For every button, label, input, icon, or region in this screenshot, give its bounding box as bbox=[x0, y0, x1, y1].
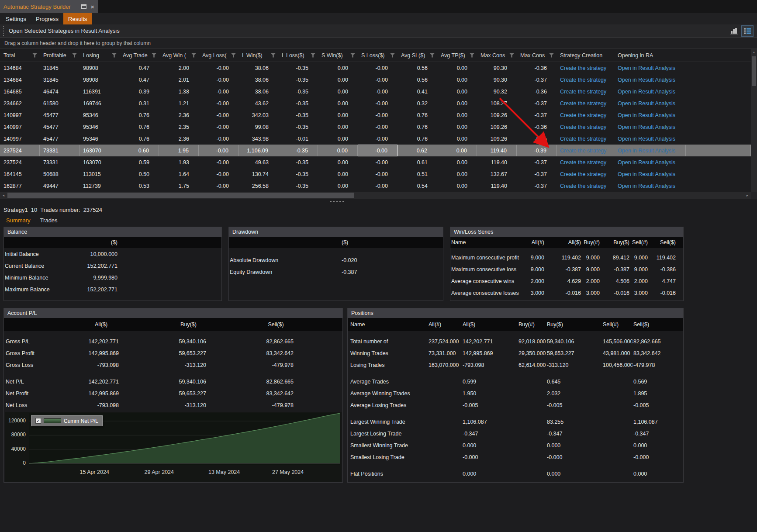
subtab-trades[interactable]: Trades bbox=[37, 215, 61, 225]
grid-cell[interactable]: -0.35 bbox=[278, 180, 318, 192]
grid-cell[interactable]: 0.47 bbox=[119, 62, 159, 74]
grid-cell[interactable]: -0.35 bbox=[278, 156, 318, 168]
grid-cell[interactable]: 90.32 bbox=[477, 86, 517, 97]
grid-cell[interactable]: -0.00 bbox=[199, 86, 239, 97]
grid-cell[interactable]: 90.30 bbox=[477, 74, 517, 86]
grid-cell[interactable]: 95346 bbox=[80, 121, 119, 133]
grid-cell[interactable]: 95346 bbox=[80, 133, 119, 145]
grid-cell[interactable]: 0.76 bbox=[398, 121, 437, 133]
grid-cell[interactable]: -0.00 bbox=[199, 97, 239, 109]
grid-row[interactable]: 164685464741163910.391.38-0.0038.06-0.35… bbox=[0, 86, 751, 97]
grid-row[interactable]: 14099745477953460.762.35-0.0099.08-0.350… bbox=[0, 121, 751, 133]
column-header-avg-tp[interactable]: Avg TP($) bbox=[437, 49, 477, 62]
grid-cell[interactable]: 0.00 bbox=[318, 133, 358, 145]
checkbox-checked-icon[interactable]: ✓ bbox=[35, 418, 41, 424]
grid-cell[interactable]: 1.64 bbox=[159, 168, 199, 180]
close-icon[interactable]: × bbox=[90, 3, 94, 10]
vertical-scrollbar[interactable]: ▲ ▼ bbox=[751, 49, 757, 199]
grid-cell[interactable]: -0.00 bbox=[358, 168, 398, 180]
grid-cell[interactable]: -0.37 bbox=[517, 156, 557, 168]
window-title-tab[interactable]: Automatic Strategy Builder × bbox=[0, 0, 98, 13]
grid-cell[interactable]: 109.26 bbox=[477, 121, 517, 133]
grid-cell[interactable]: 2.36 bbox=[159, 109, 199, 121]
grid-cell[interactable]: -0.00 bbox=[358, 86, 398, 97]
grid-cell[interactable]: 0.54 bbox=[398, 180, 437, 192]
grid-cell[interactable]: 61580 bbox=[40, 97, 80, 109]
column-header-strategy-creation[interactable]: Strategy Creation bbox=[557, 49, 614, 62]
column-header-avg-trade[interactable]: Avg Trade bbox=[119, 49, 159, 62]
scroll-right-icon[interactable]: ► bbox=[744, 192, 751, 199]
grid-cell[interactable]: 0.51 bbox=[398, 168, 437, 180]
grid-cell[interactable]: 140997 bbox=[0, 133, 40, 145]
grid-cell[interactable]: 45477 bbox=[40, 133, 80, 145]
open-in-result-analysis-link[interactable]: Open in Result Analysis bbox=[618, 183, 675, 189]
grid-cell[interactable]: 343.98 bbox=[239, 133, 278, 145]
grid-cell[interactable]: 0.00 bbox=[437, 156, 477, 168]
grid-cell[interactable]: 50688 bbox=[40, 168, 80, 180]
grid-cell[interactable]: -0.00 bbox=[199, 180, 239, 192]
grid-cell[interactable]: 237524 bbox=[0, 145, 40, 156]
grid-cell[interactable]: 234662 bbox=[0, 97, 40, 109]
create-strategy-link[interactable]: Create the strategy bbox=[560, 65, 606, 71]
grid-cell[interactable]: 0.00 bbox=[437, 180, 477, 192]
create-strategy-link[interactable]: Create the strategy bbox=[560, 171, 606, 177]
create-strategy-link[interactable]: Create the strategy bbox=[560, 100, 606, 107]
grid-cell[interactable]: -0.35 bbox=[278, 145, 318, 156]
grid-cell[interactable]: 38.06 bbox=[239, 62, 278, 74]
scroll-left-icon[interactable]: ◄ bbox=[0, 192, 7, 199]
grid-cell[interactable]: 0.60 bbox=[119, 145, 159, 156]
grid-cell[interactable]: -0.37 bbox=[517, 168, 557, 180]
subtab-summary[interactable]: Summary bbox=[3, 215, 34, 225]
tab-results[interactable]: Results bbox=[63, 13, 92, 24]
grid-cell[interactable]: 140997 bbox=[0, 109, 40, 121]
column-header-max-cons[interactable]: Max Cons bbox=[517, 49, 557, 62]
grid-cell[interactable]: 0.59 bbox=[119, 156, 159, 168]
grid-row[interactable]: 14099745477953460.762.36-0.00342.03-0.35… bbox=[0, 109, 751, 121]
open-in-result-analysis-link[interactable]: Open in Result Analysis bbox=[618, 171, 675, 177]
create-strategy-link[interactable]: Create the strategy bbox=[560, 112, 606, 118]
filter-funnel-icon[interactable] bbox=[72, 53, 77, 58]
grid-cell[interactable]: -0.00 bbox=[199, 133, 239, 145]
grid-cell[interactable]: 134684 bbox=[0, 62, 40, 74]
grid-cell[interactable]: -0.00 bbox=[199, 156, 239, 168]
toolbar-grip-icon[interactable] bbox=[3, 26, 4, 36]
filter-funnel-icon[interactable] bbox=[32, 53, 37, 58]
column-header-opening-in-ra[interactable]: Opening in RA bbox=[614, 49, 686, 62]
grid-cell[interactable]: 2.01 bbox=[159, 74, 199, 86]
grid-cell[interactable]: 0.00 bbox=[318, 97, 358, 109]
splitter-grip-icon[interactable] bbox=[330, 201, 344, 202]
grid-cell[interactable]: -0.36 bbox=[517, 62, 557, 74]
float-window-icon[interactable] bbox=[81, 4, 86, 9]
grid-cell[interactable]: 1.21 bbox=[159, 97, 199, 109]
grid-cell[interactable]: 132.67 bbox=[477, 168, 517, 180]
grid-cell[interactable]: -0.35 bbox=[278, 109, 318, 121]
grid-cell[interactable]: -0.00 bbox=[358, 109, 398, 121]
grid-cell[interactable]: 2.36 bbox=[159, 133, 199, 145]
grid-cell[interactable]: 116391 bbox=[80, 86, 119, 97]
grid-cell[interactable]: -0.00 bbox=[358, 62, 398, 74]
chart-legend[interactable]: ✓Cumm Net P/L bbox=[31, 415, 103, 426]
grid-cell[interactable]: 31845 bbox=[40, 74, 80, 86]
grid-row[interactable]: 13468431845989080.472.00-0.0038.06-0.350… bbox=[0, 62, 751, 74]
grid-cell[interactable]: -0.01 bbox=[278, 133, 318, 145]
grid-cell[interactable]: -0.00 bbox=[358, 121, 398, 133]
grid-cell[interactable]: 1.38 bbox=[159, 86, 199, 97]
grid-cell[interactable]: 109.26 bbox=[477, 109, 517, 121]
grid-cell[interactable]: 73331 bbox=[40, 156, 80, 168]
column-header-avg-loss[interactable]: Avg Loss( bbox=[199, 49, 239, 62]
filter-funnel-icon[interactable] bbox=[430, 53, 435, 58]
column-header-avg-sl[interactable]: Avg SL($) bbox=[398, 49, 437, 62]
grid-row[interactable]: 237524733311630700.601.95-0.001,106.09-0… bbox=[0, 145, 751, 156]
grid-cell[interactable]: -0.00 bbox=[199, 74, 239, 86]
filter-funnel-icon[interactable] bbox=[152, 53, 156, 58]
grid-cell[interactable]: 0.00 bbox=[318, 121, 358, 133]
filter-funnel-icon[interactable] bbox=[231, 53, 236, 58]
grid-cell[interactable]: 163070 bbox=[80, 145, 119, 156]
grid-cell[interactable]: 0.62 bbox=[398, 145, 437, 156]
scroll-up-icon[interactable]: ▲ bbox=[751, 49, 757, 55]
open-in-result-analysis-link[interactable]: Open in Result Analysis bbox=[618, 100, 675, 107]
open-in-result-analysis-link[interactable]: Open in Result Analysis bbox=[618, 124, 675, 130]
column-header-s-win[interactable]: S Win($) bbox=[318, 49, 358, 62]
column-header-l-win[interactable]: L Win($) bbox=[239, 49, 278, 62]
filter-funnel-icon[interactable] bbox=[191, 53, 196, 58]
